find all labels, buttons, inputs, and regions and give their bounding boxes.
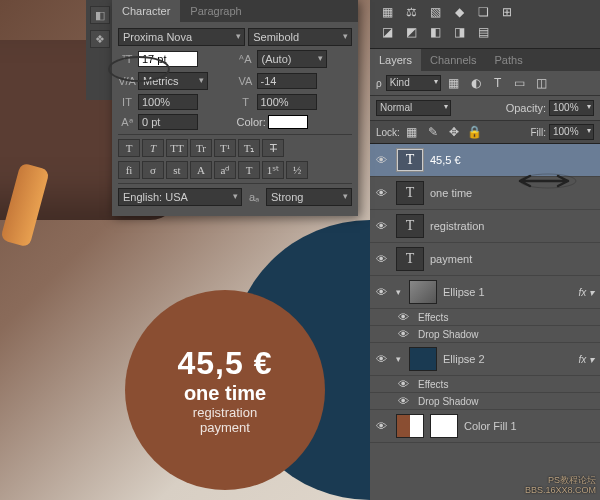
filter-type-icon[interactable]: T bbox=[489, 75, 507, 91]
kerning-icon: V/A bbox=[118, 74, 136, 88]
tab-character[interactable]: Character bbox=[112, 0, 180, 22]
layer-effect-row[interactable]: 👁Drop Shadow bbox=[370, 393, 600, 410]
hscale-input[interactable] bbox=[257, 94, 317, 110]
antialias-dropdown[interactable]: Strong bbox=[266, 188, 352, 206]
type-btn[interactable]: T bbox=[118, 139, 140, 157]
layer-row[interactable]: 👁 ▾ Ellipse 2 fx ▾ bbox=[370, 343, 600, 376]
type-btn[interactable]: T₁ bbox=[238, 139, 260, 157]
lock-pixels-icon[interactable]: ✎ bbox=[424, 124, 442, 140]
tool-icon[interactable]: ◧ bbox=[426, 24, 444, 40]
type-btn[interactable]: Tr bbox=[190, 139, 212, 157]
layer-effect-row[interactable]: 👁Drop Shadow bbox=[370, 326, 600, 343]
visibility-icon[interactable]: 👁 bbox=[376, 253, 390, 265]
type-btn[interactable]: aᵈ bbox=[214, 161, 236, 179]
font-size-input[interactable] bbox=[138, 51, 198, 67]
type-btn[interactable]: fi bbox=[118, 161, 140, 179]
visibility-icon[interactable]: 👁 bbox=[376, 420, 390, 432]
tab-paths[interactable]: Paths bbox=[486, 49, 532, 71]
tab-layers[interactable]: Layers bbox=[370, 49, 421, 71]
tab-channels[interactable]: Channels bbox=[421, 49, 485, 71]
chevron-down-icon[interactable]: ▾ bbox=[396, 354, 401, 364]
layer-effect-row[interactable]: 👁Effects bbox=[370, 309, 600, 326]
visibility-icon[interactable]: 👁 bbox=[376, 353, 390, 365]
layer-thumbnail-type: T bbox=[396, 247, 424, 271]
visibility-icon[interactable]: 👁 bbox=[398, 378, 412, 390]
type-btn[interactable]: st bbox=[166, 161, 188, 179]
type-btn[interactable]: A bbox=[190, 161, 212, 179]
tool-icon[interactable]: ▤ bbox=[474, 24, 492, 40]
blend-mode-dropdown[interactable]: Normal bbox=[376, 100, 451, 116]
chevron-down-icon[interactable]: ▾ bbox=[396, 287, 401, 297]
tab-paragraph[interactable]: Paragraph bbox=[180, 0, 251, 22]
registration-text: registration bbox=[193, 405, 257, 420]
layer-name[interactable]: Ellipse 1 bbox=[443, 286, 572, 298]
kerning-dropdown[interactable]: Metrics bbox=[138, 72, 208, 90]
filter-smart-icon[interactable]: ◫ bbox=[533, 75, 551, 91]
type-btn[interactable]: TT bbox=[166, 139, 188, 157]
tool-icon[interactable]: ⚖ bbox=[402, 4, 420, 20]
visibility-icon[interactable]: 👁 bbox=[376, 187, 390, 199]
type-btn[interactable]: T bbox=[238, 161, 260, 179]
layer-row[interactable]: 👁 T registration bbox=[370, 210, 600, 243]
lock-all-icon[interactable]: 🔒 bbox=[466, 124, 484, 140]
filter-pixel-icon[interactable]: ▦ bbox=[445, 75, 463, 91]
layer-row[interactable]: 👁 T one time bbox=[370, 177, 600, 210]
vertical-icon[interactable]: ◧ bbox=[90, 6, 110, 24]
tool-icon[interactable]: ◨ bbox=[450, 24, 468, 40]
visibility-icon[interactable]: 👁 bbox=[398, 328, 412, 340]
layer-name[interactable]: Ellipse 2 bbox=[443, 353, 572, 365]
layer-name[interactable]: registration bbox=[430, 220, 594, 232]
layer-row[interactable]: 👁 T payment bbox=[370, 243, 600, 276]
tool-icon[interactable]: ▦ bbox=[378, 4, 396, 20]
visibility-icon[interactable]: 👁 bbox=[398, 311, 412, 323]
tool-icon[interactable]: ◪ bbox=[378, 24, 396, 40]
vscale-input[interactable] bbox=[138, 94, 198, 110]
fill-input[interactable]: 100% bbox=[549, 124, 594, 140]
tool-icon[interactable]: ⊞ bbox=[498, 4, 516, 20]
type-btn[interactable]: T̶ bbox=[262, 139, 284, 157]
leading-dropdown[interactable]: (Auto) bbox=[257, 50, 327, 68]
price-text[interactable]: 45,5 € bbox=[178, 345, 273, 382]
layer-name[interactable]: payment bbox=[430, 253, 594, 265]
font-style-dropdown[interactable]: Semibold bbox=[248, 28, 352, 46]
layer-name[interactable]: one time bbox=[430, 187, 594, 199]
opacity-input[interactable]: 100% bbox=[549, 100, 594, 116]
tracking-icon: VA bbox=[237, 74, 255, 88]
layer-row[interactable]: 👁 Color Fill 1 bbox=[370, 410, 600, 443]
type-btn[interactable]: 1ˢᵗ bbox=[262, 161, 284, 179]
vertical-icon[interactable]: ❖ bbox=[90, 30, 110, 48]
type-btn[interactable]: ½ bbox=[286, 161, 308, 179]
layer-effect-row[interactable]: 👁Effects bbox=[370, 376, 600, 393]
color-label: Color: bbox=[237, 116, 266, 128]
filter-shape-icon[interactable]: ▭ bbox=[511, 75, 529, 91]
visibility-icon[interactable]: 👁 bbox=[376, 286, 390, 298]
visibility-icon[interactable]: 👁 bbox=[376, 220, 390, 232]
tool-icon[interactable]: ◆ bbox=[450, 4, 468, 20]
right-panel-column: ▦ ⚖ ▧ ◆ ❏ ⊞ ◪ ◩ ◧ ◨ ▤ Layers Channels Pa… bbox=[370, 0, 600, 500]
language-dropdown[interactable]: English: USA bbox=[118, 188, 242, 206]
tool-icon[interactable]: ◩ bbox=[402, 24, 420, 40]
layer-name[interactable]: Color Fill 1 bbox=[464, 420, 594, 432]
baseline-input[interactable] bbox=[138, 114, 198, 130]
layer-row[interactable]: 👁 T 45,5 € bbox=[370, 144, 600, 177]
tracking-input[interactable] bbox=[257, 73, 317, 89]
type-btn[interactable]: T¹ bbox=[214, 139, 236, 157]
visibility-icon[interactable]: 👁 bbox=[398, 395, 412, 407]
color-swatch[interactable] bbox=[268, 115, 308, 129]
lock-transparency-icon[interactable]: ▦ bbox=[403, 124, 421, 140]
layer-thumbnail-type: T bbox=[396, 148, 424, 172]
visibility-icon[interactable]: 👁 bbox=[376, 154, 390, 166]
tool-icon[interactable]: ❏ bbox=[474, 4, 492, 20]
fx-badge[interactable]: fx ▾ bbox=[578, 287, 594, 298]
layer-thumbnail-type: T bbox=[396, 181, 424, 205]
filter-kind-dropdown[interactable]: Kind bbox=[386, 75, 441, 91]
type-btn[interactable]: σ bbox=[142, 161, 164, 179]
layer-name[interactable]: 45,5 € bbox=[430, 154, 594, 166]
tool-icon[interactable]: ▧ bbox=[426, 4, 444, 20]
filter-adjust-icon[interactable]: ◐ bbox=[467, 75, 485, 91]
fx-badge[interactable]: fx ▾ bbox=[578, 354, 594, 365]
font-family-dropdown[interactable]: Proxima Nova bbox=[118, 28, 245, 46]
layer-row[interactable]: 👁 ▾ Ellipse 1 fx ▾ bbox=[370, 276, 600, 309]
type-btn[interactable]: T bbox=[142, 139, 164, 157]
lock-position-icon[interactable]: ✥ bbox=[445, 124, 463, 140]
